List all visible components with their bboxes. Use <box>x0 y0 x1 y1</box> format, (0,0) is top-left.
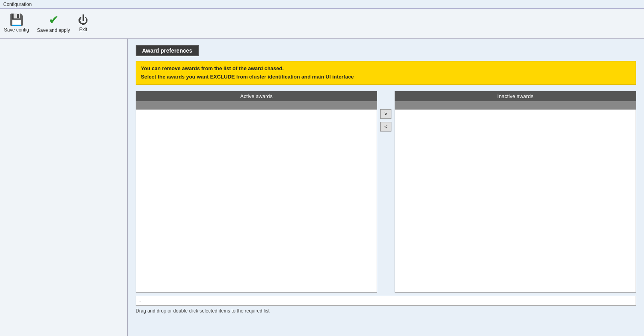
selected-item-bar: - <box>136 296 636 306</box>
warning-line2: Select the awards you want EXCLUDE from … <box>141 73 631 81</box>
inactive-awards-subheader <box>395 101 636 109</box>
save-config-button[interactable]: 💾 Save config <box>4 14 29 33</box>
active-awards-header: Active awards <box>136 91 377 101</box>
exit-icon: ⏻ <box>78 15 88 25</box>
save-config-icon: 💾 <box>10 14 24 26</box>
exit-label: Exit <box>79 27 87 32</box>
exit-button[interactable]: ⏻ Exit <box>78 15 88 32</box>
page-title: Award preferences <box>136 45 199 56</box>
inactive-awards-list[interactable] <box>395 109 636 293</box>
active-awards-list[interactable] <box>136 109 377 293</box>
move-buttons: > < <box>377 109 395 132</box>
save-and-apply-label: Save and apply <box>37 28 70 33</box>
move-left-button[interactable]: < <box>380 122 391 132</box>
content-area: Award preferences You can remove awards … <box>128 39 644 336</box>
selected-item-value: - <box>139 298 141 304</box>
active-awards-panel: Active awards <box>136 91 377 293</box>
status-text: Drag and drop or double click selected i… <box>136 307 636 314</box>
inactive-awards-panel: Inactive awards <box>395 91 636 293</box>
inactive-awards-header: Inactive awards <box>395 91 636 101</box>
save-config-label: Save config <box>4 27 29 33</box>
title-bar-label: Configuration <box>3 2 32 7</box>
active-awards-subheader <box>136 101 377 109</box>
title-bar: Configuration <box>0 0 644 9</box>
warning-box: You can remove awards from the list of t… <box>136 61 636 85</box>
save-and-apply-icon: ✔ <box>49 14 59 26</box>
save-and-apply-button[interactable]: ✔ Save and apply <box>37 14 70 33</box>
move-right-button[interactable]: > <box>380 109 391 119</box>
sidebar <box>0 39 128 336</box>
toolbar: 💾 Save config ✔ Save and apply ⏻ Exit <box>0 9 644 39</box>
warning-line1: You can remove awards from the list of t… <box>141 65 631 73</box>
